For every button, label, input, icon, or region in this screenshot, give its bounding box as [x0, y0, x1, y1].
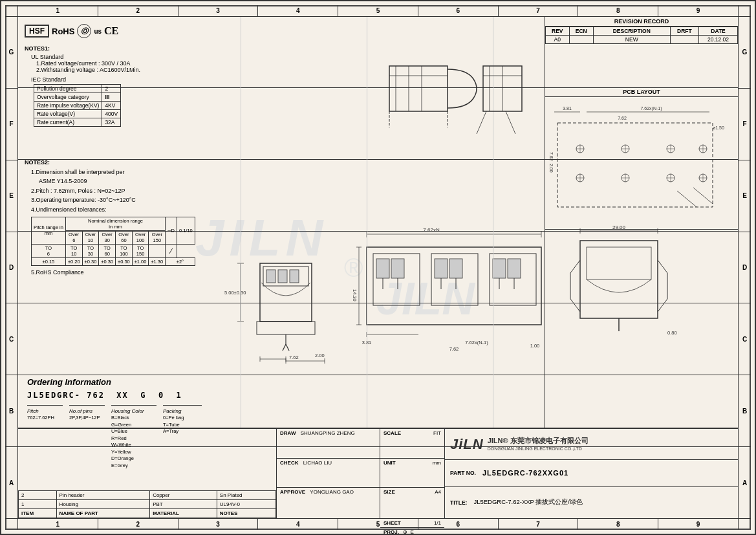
- col-label-bot-8: 8: [578, 519, 658, 530]
- title-label: TITLE:: [450, 499, 467, 506]
- company-block: JiLN JILN® 东莞市锦凌电子有限公司 DONGGUAN JINLING …: [445, 429, 738, 518]
- svg-rect-50: [391, 259, 404, 278]
- ul-item-2: 2.Withstanding voltage : AC1600V/1Min.: [36, 67, 244, 73]
- notes2-item4: 4.Undimensioned tolerances:: [31, 205, 257, 214]
- notes1-title: NOTES1:: [25, 45, 244, 52]
- pcb-dim-dia1.50: ø1.50: [713, 126, 724, 130]
- notes1-section: NOTES1: UL Standard 1.Rated voltage/curr…: [25, 45, 244, 127]
- size-label: SIZE: [383, 489, 395, 517]
- svg-rect-46: [290, 270, 299, 283]
- pcb-layout-title: PCB LAYOUT: [545, 87, 738, 97]
- right-view-drawing: 29.00 0.80: [554, 221, 709, 383]
- col-label-5: 5: [338, 5, 418, 16]
- front-view-drawing: 7.62xN 14.30 3.81 7.62x(N-1) 7.62 1.00: [354, 221, 554, 383]
- col-label-2: 2: [98, 5, 178, 16]
- check-name: LICHAO LIU: [303, 460, 332, 466]
- row-label-F-left: F: [5, 89, 17, 160]
- revision-title: REVISION RECORD: [545, 17, 738, 27]
- hsf-logo: HSF: [25, 25, 49, 38]
- tolerance-table: Pitch range inmm Nominal dimension range…: [31, 217, 195, 266]
- right-dim-29.00: 29.00: [612, 224, 626, 230]
- proj-icon2: E: [410, 529, 413, 535]
- notes2-item1: 1.Dimension shall be interpreted per: [31, 168, 257, 177]
- iec-table: Pollution degree2 Overvoltage categoryII…: [34, 84, 121, 127]
- row-label-E-right: E: [739, 160, 751, 232]
- svg-rect-55: [449, 259, 462, 278]
- svg-rect-44: [266, 270, 275, 283]
- ul-item-1: 1.Rated voltage/current : 300V / 30A: [36, 60, 244, 67]
- row-label-D-left: D: [5, 232, 17, 304]
- bom-table: 2 Pin header Copper Sn Plated 1 Housing …: [18, 490, 276, 518]
- right-dim-0.80: 0.80: [667, 330, 677, 336]
- svg-line-28: [693, 188, 713, 204]
- svg-line-89: [506, 111, 515, 134]
- pcb-dim-3.81: 3.81: [563, 106, 572, 111]
- ul-us-text: us: [94, 28, 102, 35]
- col-label-bot-1: 1: [18, 519, 98, 530]
- company-name-cn: JILN® 东莞市锦凌电子有限公司: [488, 436, 589, 446]
- pcb-dim-2.00: 2.00: [549, 164, 554, 173]
- scale-column: SCALE FIT UNIT mm SIZE A4 SHEET 1/1 PROJ…: [380, 429, 445, 518]
- side-view-drawing: 5.00±0.30 2.00 7.62: [221, 231, 363, 373]
- notes2-title: NOTES2:: [25, 159, 257, 166]
- logo-area: HSF RoHS Ⓞ us CE: [25, 24, 118, 38]
- revision-record: REVISION RECORD REV ECN DESCRIPTION DRFT…: [545, 17, 738, 88]
- notes2-item1b: ASME Y14.5-2009: [39, 177, 257, 186]
- sign-column: DRAW SHUANGPING ZHENG CHECK LICHAO LIU A…: [277, 429, 380, 518]
- approve-name: YONGLIANG GAO: [310, 489, 354, 495]
- pcb-dim-7.62: 7.62: [618, 116, 627, 120]
- front-dim-14.30: 14.30: [352, 289, 358, 301]
- svg-rect-54: [435, 259, 448, 278]
- col-label-6: 6: [418, 5, 499, 16]
- front-dim-7.62xN: 7.62xN: [423, 227, 440, 233]
- proj-icon: ⊕: [403, 529, 407, 535]
- notes2-item2: 2.Pitch : 7.62mm, Poles : N=02~12P: [31, 186, 257, 195]
- revision-table: REV ECN DESCRIPTION DRFT DATE A0 NEW 20.…: [545, 27, 738, 44]
- col-label-3: 3: [178, 5, 259, 16]
- size-value: A4: [435, 489, 441, 517]
- check-label: CHECK: [280, 460, 298, 466]
- svg-rect-49: [376, 259, 389, 278]
- row-label-A-right: A: [739, 447, 751, 518]
- svg-rect-72: [587, 247, 651, 279]
- col-label-9: 9: [658, 5, 738, 16]
- ordering-part-number: JL5EDGRC- 762 XX G 0 1: [27, 391, 242, 400]
- sheet-label: SHEET: [383, 520, 401, 526]
- svg-line-27: [677, 191, 697, 207]
- unit-label: UNIT: [383, 460, 396, 486]
- pcb-dim-7.62xN-1: 7.62x(N-1): [640, 106, 662, 111]
- col-label-bot-4: 4: [258, 519, 338, 530]
- row-label-C-left: C: [5, 303, 17, 375]
- unit-value: mm: [433, 460, 441, 486]
- rohs-logo: RoHS: [52, 27, 74, 36]
- front-dim-7.62xN-1: 7.62x(N-1): [465, 340, 488, 345]
- svg-line-33: [283, 344, 286, 351]
- ul-standard-label: UL Standard: [31, 54, 244, 60]
- col-label-bot-2: 2: [98, 519, 178, 530]
- approve-label: APPROVE: [280, 489, 305, 495]
- svg-rect-45: [278, 270, 287, 283]
- row-label-C-right: C: [739, 303, 751, 375]
- bom-section: 2 Pin header Copper Sn Plated 1 Housing …: [18, 429, 277, 518]
- title-block: 2 Pin header Copper Sn Plated 1 Housing …: [18, 428, 738, 518]
- draw-label: DRAW: [280, 430, 296, 436]
- ul-logo: Ⓞ: [77, 24, 91, 38]
- svg-rect-59: [493, 259, 506, 278]
- scale-value: FIT: [433, 430, 441, 457]
- row-label-F-right: F: [739, 89, 751, 160]
- svg-rect-31: [257, 322, 315, 334]
- ordering-title: Ordering Information: [27, 377, 242, 387]
- draw-name: SHUANGPING ZHENG: [301, 430, 355, 436]
- side-dim-5.00: 5.00±0.30: [224, 290, 246, 296]
- row-label-E-left: E: [5, 160, 17, 232]
- row-label-D-right: D: [739, 232, 751, 304]
- col-label-8: 8: [578, 5, 658, 16]
- ce-logo: CE: [104, 25, 118, 37]
- pcb-dim-7.62b: 7.62: [549, 152, 554, 161]
- col-label-bot-3: 3: [178, 519, 259, 530]
- iec-standard-label: IEC Standard: [31, 76, 244, 83]
- svg-line-34: [286, 344, 289, 351]
- svg-rect-60: [508, 259, 521, 278]
- col-label-4: 4: [258, 5, 338, 16]
- row-label-B-left: B: [5, 375, 17, 447]
